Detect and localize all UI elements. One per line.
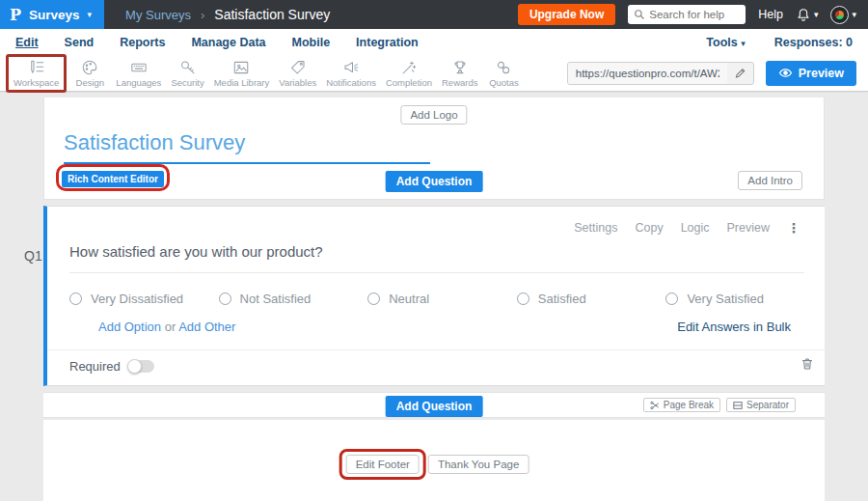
required-control: Required bbox=[69, 359, 154, 374]
toolbar-item-label: Workspace bbox=[14, 77, 59, 88]
survey-canvas: Add Logo Satisfaction Survey Rich Conten… bbox=[0, 93, 868, 501]
question-settings-link[interactable]: Settings bbox=[574, 221, 617, 235]
option-label[interactable]: Neutral bbox=[389, 292, 429, 306]
option-label[interactable]: Not Satisfied bbox=[240, 292, 312, 306]
radio-neutral[interactable] bbox=[367, 292, 380, 305]
nav-tab-manage-data[interactable]: Manage Data bbox=[191, 36, 265, 49]
toolbar-item-completion[interactable]: Completion bbox=[381, 57, 437, 90]
nav-tab-mobile[interactable]: Mobile bbox=[292, 36, 331, 49]
annotation-box-rich-content-editor: Rich Content Editor bbox=[56, 164, 170, 191]
breadcrumb-my-surveys[interactable]: My Surveys bbox=[125, 8, 191, 22]
chevron-down-icon: ▾ bbox=[741, 39, 746, 48]
help-search[interactable] bbox=[628, 5, 746, 24]
separator-button[interactable]: Separator bbox=[726, 398, 796, 412]
question-text-input[interactable]: How satisfied are you with our product? bbox=[69, 243, 804, 273]
option-label[interactable]: Satisfied bbox=[538, 292, 586, 306]
toolbar-item-label: Security bbox=[171, 77, 203, 88]
toolbar-item-workspace[interactable]: Workspace bbox=[9, 57, 64, 90]
delete-question-button[interactable] bbox=[800, 356, 815, 376]
notifications-menu[interactable]: ▾ bbox=[796, 7, 819, 22]
edit-url-button[interactable] bbox=[727, 67, 753, 79]
option-label[interactable]: Very Satisfied bbox=[687, 292, 764, 306]
toolbar-item-quotas[interactable]: Quotas bbox=[482, 57, 525, 90]
gauge-icon bbox=[835, 11, 844, 19]
toolbar-item-rewards[interactable]: Rewards bbox=[437, 57, 483, 90]
separator-label: Separator bbox=[746, 400, 789, 410]
toolbar-item-variables[interactable]: Variables bbox=[274, 57, 321, 90]
radio-very-dissatisfied[interactable] bbox=[69, 292, 82, 305]
radio-satisfied[interactable] bbox=[517, 292, 529, 305]
responses-count[interactable]: Responses: 0 bbox=[774, 36, 853, 49]
breadcrumb: My Surveys › Satisfaction Survey bbox=[125, 7, 330, 22]
edit-footer-button[interactable]: Edit Footer bbox=[346, 455, 420, 474]
option-neutral: Neutral bbox=[367, 292, 517, 306]
option-not-satisfied: Not Satisfied bbox=[219, 292, 368, 306]
toolbar-item-label: Variables bbox=[279, 77, 316, 88]
help-link[interactable]: Help bbox=[758, 8, 783, 21]
survey-header-section: Add Logo Satisfaction Survey Rich Conten… bbox=[43, 97, 825, 200]
tools-label: Tools bbox=[706, 36, 737, 49]
survey-card: Add Logo Satisfaction Survey Rich Conten… bbox=[43, 97, 825, 501]
required-label: Required bbox=[69, 359, 121, 374]
or-label: or bbox=[165, 320, 176, 334]
question-card: Settings Copy Logic Preview ⋮ Q1 How sat… bbox=[43, 206, 825, 386]
top-bar: P Surveys ▾ My Surveys › Satisfaction Su… bbox=[0, 0, 868, 29]
toolbar-item-security[interactable]: Security bbox=[166, 57, 208, 90]
radio-not-satisfied[interactable] bbox=[219, 292, 231, 305]
footer-buttons: Edit Footer Thank You Page bbox=[339, 449, 529, 480]
nav-tab-send[interactable]: Send bbox=[65, 36, 95, 49]
question-more-icon[interactable]: ⋮ bbox=[787, 220, 800, 236]
option-satisfied: Satisfied bbox=[517, 292, 666, 306]
question-copy-link[interactable]: Copy bbox=[635, 221, 663, 235]
rewards-icon bbox=[451, 59, 469, 76]
help-search-input[interactable] bbox=[649, 9, 740, 20]
surveys-menu[interactable]: P Surveys ▾ bbox=[0, 0, 104, 29]
add-option-link[interactable]: Add Option bbox=[98, 320, 161, 334]
toolbar-item-languages[interactable]: Languages bbox=[111, 57, 166, 90]
add-question-button-top[interactable]: Add Question bbox=[386, 171, 483, 192]
survey-nav: Edit Send Reports Manage Data Mobile Int… bbox=[0, 29, 868, 55]
tools-menu[interactable]: Tools ▾ bbox=[706, 36, 745, 49]
nav-tab-edit[interactable]: Edit bbox=[15, 36, 39, 49]
variables-icon bbox=[289, 59, 307, 76]
required-toggle-knob bbox=[127, 359, 142, 374]
toolbar-item-notifications[interactable]: Notifications bbox=[321, 57, 381, 90]
breadcrumb-separator: › bbox=[201, 8, 204, 22]
question-number: Q1 bbox=[24, 248, 42, 264]
question-divider bbox=[47, 349, 825, 350]
add-other-link[interactable]: Add Other bbox=[178, 320, 235, 334]
radio-very-satisfied[interactable] bbox=[665, 292, 678, 305]
toolbar-item-label: Languages bbox=[116, 77, 161, 88]
thank-you-page-button[interactable]: Thank You Page bbox=[428, 455, 529, 474]
required-toggle[interactable] bbox=[128, 360, 154, 373]
question-logic-link[interactable]: Logic bbox=[681, 221, 710, 235]
breadcrumb-current: Satisfaction Survey bbox=[214, 7, 330, 22]
add-option-row: Add Option or Add Other bbox=[98, 320, 235, 334]
design-icon bbox=[81, 59, 98, 76]
nav-tab-integration[interactable]: Integration bbox=[356, 36, 419, 49]
account-menu[interactable]: ▾ bbox=[830, 6, 856, 24]
separator-icon bbox=[733, 401, 743, 410]
page-break-button[interactable]: Page Break bbox=[643, 398, 720, 412]
add-intro-button[interactable]: Add Intro bbox=[738, 171, 802, 190]
add-question-button-bottom[interactable]: Add Question bbox=[386, 396, 483, 417]
nav-tab-reports[interactable]: Reports bbox=[120, 36, 165, 49]
question-preview-link[interactable]: Preview bbox=[727, 221, 770, 235]
toolbar-item-design[interactable]: Design bbox=[68, 57, 111, 90]
edit-answers-in-bulk-link[interactable]: Edit Answers in Bulk bbox=[677, 320, 791, 334]
upgrade-now-button[interactable]: Upgrade Now bbox=[518, 4, 615, 25]
toolbar-item-media-library[interactable]: Media Library bbox=[209, 57, 275, 90]
preview-button[interactable]: Preview bbox=[766, 61, 856, 86]
survey-url-input[interactable] bbox=[568, 63, 727, 84]
media-library-icon bbox=[232, 59, 250, 76]
add-logo-button[interactable]: Add Logo bbox=[400, 105, 467, 125]
surveys-menu-label: Surveys bbox=[29, 8, 80, 22]
survey-url-bar bbox=[567, 62, 754, 85]
notifications-icon bbox=[342, 59, 360, 76]
question-menu: Settings Copy Logic Preview ⋮ bbox=[574, 220, 800, 236]
add-question-strip: Add Question Page Break Separator bbox=[43, 392, 825, 418]
rich-content-editor-button[interactable]: Rich Content Editor bbox=[62, 171, 164, 187]
survey-title[interactable]: Satisfaction Survey bbox=[64, 130, 245, 155]
option-label[interactable]: Very Dissatisfied bbox=[91, 292, 183, 306]
preview-label: Preview bbox=[799, 67, 844, 80]
